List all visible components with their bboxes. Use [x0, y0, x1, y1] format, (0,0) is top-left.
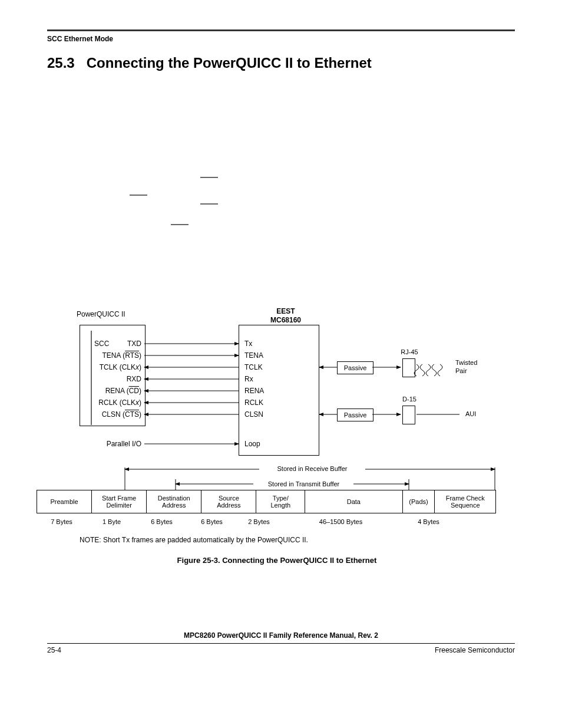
size-1: 7 Bytes — [37, 518, 87, 525]
footer-rule — [47, 643, 515, 644]
cell-data: Data — [305, 490, 403, 513]
frame-sizes: 7 Bytes 1 Byte 6 Bytes 6 Bytes 2 Bytes 4… — [37, 518, 496, 525]
figure-caption: Figure 25-3. Connecting the PowerQUICC I… — [47, 556, 507, 565]
size-7: 4 Bytes — [401, 518, 457, 525]
section-number: 25.3 — [47, 55, 75, 71]
size-2: 1 Byte — [87, 518, 137, 525]
cell-type: Type/Length — [256, 490, 305, 513]
cell-sfd: Start FrameDelimiter — [92, 490, 147, 513]
section-title-text: Connecting the PowerQUICC II to Ethernet — [87, 55, 372, 71]
footer-manual: MPC8260 PowerQUICC II Family Reference M… — [47, 631, 515, 640]
section-title: 25.3 Connecting the PowerQUICC II to Eth… — [47, 55, 515, 71]
cell-dest: DestinationAddress — [147, 490, 201, 513]
footer: MPC8260 PowerQUICC II Family Reference M… — [47, 631, 515, 654]
footer-page: 25-4 — [47, 646, 61, 654]
size-6: 46–1500 Bytes — [281, 518, 401, 525]
cell-fcs: Frame CheckSequence — [435, 490, 496, 513]
figure-note: NOTE: Short Tx frames are padded automat… — [80, 536, 308, 544]
stored-tx: Stored in Transmit Buffer — [252, 480, 355, 487]
frame-table: Preamble Start FrameDelimiter Destinatio… — [37, 490, 496, 513]
cell-pads: (Pads) — [402, 490, 435, 513]
size-3: 6 Bytes — [137, 518, 187, 525]
stored-rx: Stored in Receive Buffer — [259, 465, 365, 472]
cell-src: SourceAddress — [201, 490, 256, 513]
running-head: SCC Ethernet Mode — [47, 35, 515, 43]
top-rule — [47, 29, 515, 31]
buffer-dim-lines — [47, 77, 515, 502]
size-5: 2 Bytes — [237, 518, 281, 525]
footer-vendor: Freescale Semiconductor — [435, 646, 515, 654]
size-4: 6 Bytes — [187, 518, 237, 525]
diagram-area: PowerQUICC II EEST MC68160 SCC TXD TENA … — [47, 77, 515, 578]
cell-preamble: Preamble — [37, 490, 92, 513]
